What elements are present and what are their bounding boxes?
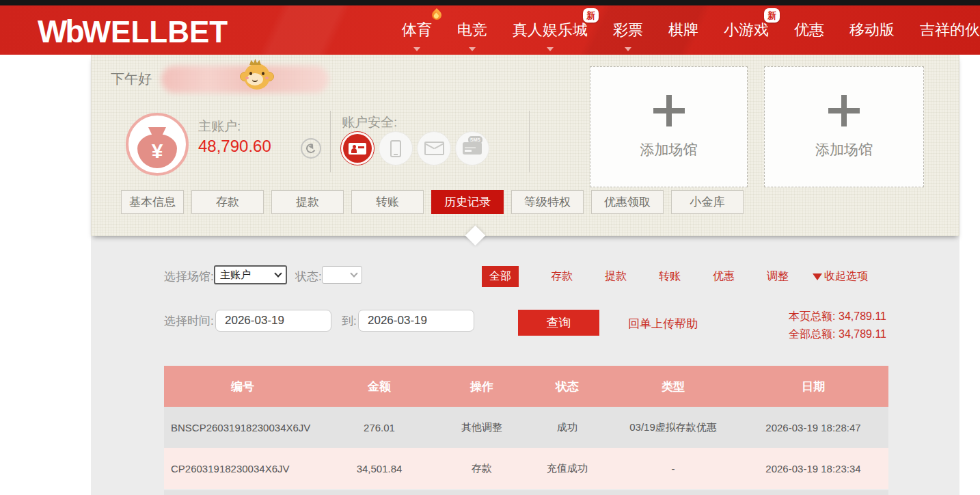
type-filter-转账[interactable]: 转账: [659, 269, 681, 284]
refresh-balance-button[interactable]: [301, 138, 321, 159]
security-icons-row: SMS: [340, 131, 489, 165]
tab-提款[interactable]: 提款: [271, 190, 344, 214]
nav-label: 优惠: [794, 20, 824, 40]
page-total: 本页总额: 34,789.11: [789, 308, 886, 325]
type-filter-调整[interactable]: 调整: [767, 269, 789, 284]
caret-down-icon: [547, 47, 554, 51]
type-filter-提款[interactable]: 提款: [605, 269, 627, 284]
caret-down-icon: [625, 47, 631, 51]
table-row: CP26031918230034X6JV34,501.84存款充值成功-2026…: [164, 448, 888, 489]
table-column-header: 状态: [526, 366, 608, 407]
table-cell: 2026-03-19 18:23:34: [738, 448, 888, 489]
venue-filter-label: 选择场馆:: [164, 269, 214, 284]
time-filter-label: 选择时间:: [164, 313, 214, 329]
table-column-header: 编号: [164, 366, 321, 407]
status-filter-label: 状态:: [295, 269, 322, 284]
main-nav: 体育电竞真人娱乐城新彩票棋牌小游戏新优惠移动版吉祥的伙伴: [402, 5, 980, 55]
nav-item-吉祥的伙伴[interactable]: 吉祥的伙伴: [920, 5, 980, 55]
type-filter-全部[interactable]: 全部: [482, 266, 519, 287]
type-filter-存款[interactable]: 存款: [551, 269, 573, 284]
wellbet-logo[interactable]: WbWELLBET: [38, 13, 228, 50]
search-button[interactable]: 查询: [518, 310, 599, 336]
sms-phone-icon[interactable]: SMS: [379, 131, 413, 165]
divider: [529, 111, 530, 172]
type-filter-优惠[interactable]: 优惠: [713, 269, 735, 284]
venue-select[interactable]: 主账户: [214, 265, 287, 284]
plus-icon: [653, 95, 685, 126]
chevron-down-icon: [350, 269, 357, 277]
table-column-header: 日期: [738, 366, 888, 407]
table-cell: 2026-03-19 18:28:47: [738, 407, 888, 448]
nav-label: 吉祥的伙伴: [920, 20, 980, 40]
table-cell: 03/19虚拟存款优惠: [608, 407, 738, 448]
divider: [330, 111, 331, 172]
greeting: 下午好: [111, 70, 152, 88]
nav-item-电竞[interactable]: 电竞: [457, 5, 487, 55]
history-table: 编号金额操作状态类型日期 BNSCP26031918230034X6JV276.…: [164, 366, 888, 489]
nav-label: 彩票: [613, 20, 643, 40]
table-cell: BNSCP26031918230034X6JV: [164, 407, 321, 448]
table-cell: 存款: [437, 448, 526, 489]
caret-down-icon: [469, 47, 476, 51]
date-from-input[interactable]: [215, 310, 331, 332]
table-column-header: 金额: [321, 366, 437, 407]
table-cell: 276.01: [321, 407, 437, 448]
date-to-input[interactable]: [358, 310, 474, 332]
nav-item-体育[interactable]: 体育: [402, 5, 432, 55]
plus-icon: [828, 95, 860, 126]
nav-label: 小游戏: [724, 20, 769, 40]
account-tabs: 基本信息存款提款转账历史记录等级特权优惠领取小金库: [121, 190, 744, 214]
account-panel: 下午好 ¥ 主账户: 48,790.60 账户安全: SMS: [91, 55, 959, 236]
caret-down-icon: [413, 47, 420, 51]
nav-item-彩票[interactable]: 彩票: [613, 5, 643, 55]
table-column-header: 操作: [437, 366, 526, 407]
email-icon[interactable]: [417, 131, 451, 165]
tab-优惠领取[interactable]: 优惠领取: [591, 190, 664, 214]
tab-存款[interactable]: 存款: [191, 190, 264, 214]
totals: 本页总额: 34,789.11 全部总额: 34,789.11: [789, 308, 886, 343]
monkey-avatar-icon: [242, 63, 272, 92]
account-security-label: 账户安全:: [342, 113, 397, 131]
site-header: WbWELLBET 体育电竞真人娱乐城新彩票棋牌小游戏新优惠移动版吉祥的伙伴: [0, 5, 980, 55]
id-card-icon[interactable]: [340, 131, 375, 165]
triangle-down-icon: [813, 273, 822, 280]
nav-item-小游戏[interactable]: 小游戏新: [724, 5, 769, 55]
tab-转账[interactable]: 转账: [351, 190, 424, 214]
money-bag-icon: ¥: [126, 113, 189, 176]
tab-基本信息[interactable]: 基本信息: [121, 190, 184, 214]
nav-item-真人娱乐城[interactable]: 真人娱乐城新: [513, 5, 588, 55]
nav-label: 移动版: [849, 20, 895, 40]
yen-symbol: ¥: [152, 139, 163, 163]
nav-item-移动版[interactable]: 移动版: [849, 5, 895, 55]
history-content: 选择场馆: 主账户 状态: 全部存款提款转账优惠调整 收起选项 选择时间: 到:…: [91, 236, 959, 495]
type-filter-row: 全部存款提款转账优惠调整: [482, 266, 789, 287]
nav-item-优惠[interactable]: 优惠: [794, 5, 824, 55]
tab-小金库[interactable]: 小金库: [671, 190, 744, 214]
chevron-down-icon: [274, 269, 282, 277]
nav-label: 棋牌: [668, 20, 698, 40]
add-venue-button[interactable]: 添加场馆: [764, 66, 924, 187]
table-row: BNSCP26031918230034X6JV276.01其他调整成功03/19…: [164, 407, 888, 448]
collapse-options-link[interactable]: 收起选项: [813, 269, 868, 284]
table-column-header: 类型: [608, 366, 738, 407]
table-cell: 充值成功: [526, 448, 608, 489]
greeting-text: 下午好: [111, 71, 152, 86]
logo-text: WELLBET: [83, 15, 228, 49]
nav-label: 体育: [402, 20, 432, 40]
nav-label: 电竞: [457, 20, 487, 40]
all-total: 全部总额: 34,789.11: [789, 325, 886, 343]
top-black-bar: [0, 0, 980, 5]
status-select[interactable]: [322, 266, 362, 284]
table-cell: 34,501.84: [321, 448, 437, 489]
nav-item-棋牌[interactable]: 棋牌: [668, 5, 698, 55]
table-header-row: 编号金额操作状态类型日期: [164, 366, 888, 407]
nav-label: 真人娱乐城: [513, 20, 588, 40]
flame-icon: [430, 8, 444, 22]
tab-历史记录[interactable]: 历史记录: [431, 190, 504, 214]
account-balance: 48,790.60: [198, 137, 271, 156]
tab-等级特权[interactable]: 等级特权: [511, 190, 584, 214]
add-venue-button[interactable]: 添加场馆: [590, 66, 748, 187]
table-cell: -: [608, 448, 738, 489]
receipt-upload-help-link[interactable]: 回单上传帮助: [628, 316, 698, 332]
table-cell: 其他调整: [437, 407, 526, 448]
